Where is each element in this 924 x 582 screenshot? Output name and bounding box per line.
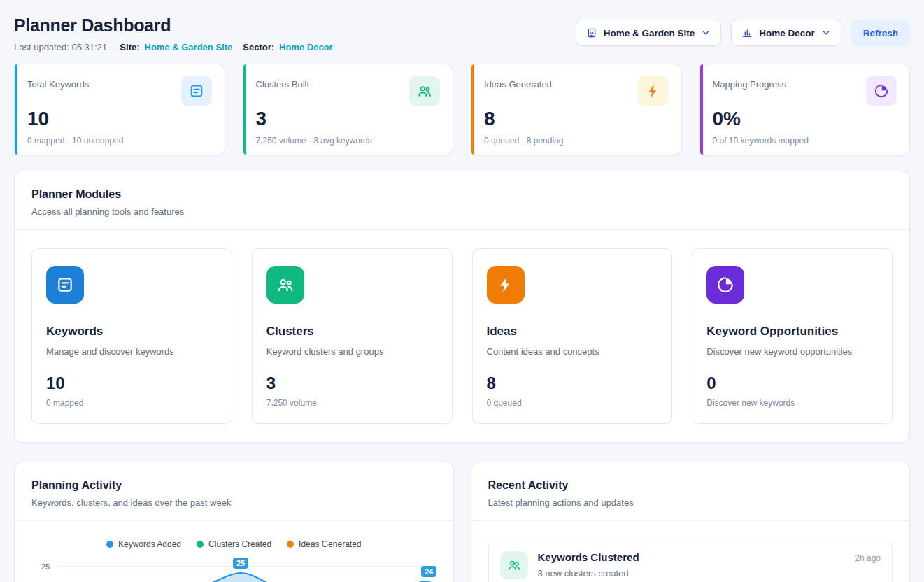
panel-title: Recent Activity xyxy=(488,479,893,492)
header-meta: Last updated: 05:31:21 · Site: Home & Ga… xyxy=(14,42,333,52)
stat-label: Mapping Progress xyxy=(713,76,787,90)
module-card-keywords[interactable]: Keywords Manage and discover keywords 10… xyxy=(31,248,232,424)
sector-selector-dropdown[interactable]: Home Decor xyxy=(731,20,841,46)
meta-separator: · xyxy=(112,42,115,52)
module-title: Ideas xyxy=(487,325,658,339)
bar-chart-icon xyxy=(741,27,753,38)
page-title: Planner Dashboard xyxy=(14,15,333,36)
data-point-label: 25 xyxy=(233,558,248,569)
activity-description: 3 new clusters created xyxy=(538,568,881,579)
stat-label: Clusters Built xyxy=(256,76,310,90)
legend-item-ideas-generated: Ideas Generated xyxy=(287,539,361,549)
module-detail: 7,250 volume xyxy=(266,398,438,408)
module-detail: Discover new keywords xyxy=(706,398,878,408)
module-card-ideas[interactable]: Ideas Content ideas and concepts 8 0 que… xyxy=(472,248,673,424)
module-title: Keyword Opportunities xyxy=(706,325,878,339)
site-link[interactable]: Home & Garden Site xyxy=(145,42,233,52)
area-chart: 25 25 24 xyxy=(31,555,436,582)
panel-subtitle: Access all planning tools and features xyxy=(31,206,893,217)
legend-label: Keywords Added xyxy=(118,539,181,549)
module-description: Discover new keyword opportunities xyxy=(706,346,878,357)
activity-title: Keywords Clustered xyxy=(538,551,639,563)
legend-label: Clusters Created xyxy=(208,539,271,549)
bottom-row: Planning Activity Keywords, clusters, an… xyxy=(14,462,910,582)
planner-modules-panel: Planner Modules Access all planning tool… xyxy=(14,171,910,443)
header-titles: Planner Dashboard Last updated: 05:31:21… xyxy=(14,15,333,52)
y-axis-tick: 25 xyxy=(41,562,50,571)
chart-legend: Keywords Added Clusters Created Ideas Ge… xyxy=(31,539,436,549)
module-detail: 0 mapped xyxy=(46,398,218,408)
stat-label: Ideas Generated xyxy=(484,76,552,90)
stat-card-clusters-built: Clusters Built 3 7,250 volume · 3 avg ke… xyxy=(243,64,454,155)
module-card-keyword-opportunities[interactable]: Keyword Opportunities Discover new keywo… xyxy=(692,248,893,424)
header-controls: Home & Garden Site Home Decor Refresh xyxy=(576,15,910,46)
keywords-icon xyxy=(46,266,84,304)
panel-title: Planning Activity xyxy=(31,479,436,492)
chevron-down-icon xyxy=(821,28,831,38)
panel-title: Planner Modules xyxy=(31,188,893,201)
legend-item-clusters-created: Clusters Created xyxy=(197,539,271,549)
chevron-down-icon xyxy=(701,28,711,38)
pie-chart-icon xyxy=(706,266,744,304)
site-selector-value: Home & Garden Site xyxy=(604,28,695,38)
divider xyxy=(471,520,910,521)
stats-row: Total Keywords 10 0 mapped · 10 unmapped… xyxy=(14,64,910,155)
activity-item: Keywords Clustered 2h ago 3 new clusters… xyxy=(488,541,893,582)
module-description: Keyword clusters and groups xyxy=(266,346,438,357)
header: Planner Dashboard Last updated: 05:31:21… xyxy=(0,0,924,62)
sector-label: Sector: xyxy=(243,42,274,52)
keywords-icon xyxy=(181,76,212,106)
stat-label: Total Keywords xyxy=(27,76,89,90)
module-description: Content ideas and concepts xyxy=(487,346,658,357)
stat-detail: 0 queued · 8 pending xyxy=(484,136,669,146)
divider xyxy=(15,520,453,521)
module-title: Keywords xyxy=(46,325,218,339)
planning-activity-card: Planning Activity Keywords, clusters, an… xyxy=(14,462,454,582)
pie-chart-icon xyxy=(866,76,897,106)
module-description: Manage and discover keywords xyxy=(46,346,218,357)
planner-dashboard-page: Planner Dashboard Last updated: 05:31:21… xyxy=(0,0,924,582)
stat-detail: 7,250 volume · 3 avg keywords xyxy=(256,136,441,146)
sector-link[interactable]: Home Decor xyxy=(279,42,333,52)
divider xyxy=(15,229,909,230)
data-point-label: 24 xyxy=(421,566,436,577)
stat-detail: 0 of 10 keywords mapped xyxy=(713,136,897,146)
stat-value: 10 xyxy=(27,108,212,130)
legend-label: Ideas Generated xyxy=(299,539,361,549)
building-icon xyxy=(586,27,597,38)
clusters-icon xyxy=(266,266,304,304)
recent-activity-card: Recent Activity Latest planning actions … xyxy=(471,462,911,582)
stat-card-ideas-generated: Ideas Generated 8 0 queued · 8 pending xyxy=(471,64,682,155)
module-detail: 0 queued xyxy=(487,398,658,408)
module-value: 8 xyxy=(487,374,658,393)
stat-card-total-keywords: Total Keywords 10 0 mapped · 10 unmapped xyxy=(14,64,225,155)
legend-dot-icon xyxy=(197,541,204,548)
stat-value: 3 xyxy=(256,108,441,130)
module-title: Clusters xyxy=(266,325,438,339)
activity-timestamp: 2h ago xyxy=(855,553,881,563)
activity-body: Keywords Clustered 2h ago 3 new clusters… xyxy=(538,551,881,579)
lightning-icon xyxy=(638,76,669,106)
stat-card-mapping-progress: Mapping Progress 0% 0 of 10 keywords map… xyxy=(699,64,911,155)
site-selector-dropdown[interactable]: Home & Garden Site xyxy=(576,20,722,46)
legend-dot-icon xyxy=(106,541,113,548)
sector-selector-value: Home Decor xyxy=(759,28,815,38)
stat-value: 0% xyxy=(713,108,897,130)
legend-item-keywords-added: Keywords Added xyxy=(106,539,181,549)
panel-subtitle: Keywords, clusters, and ideas over the p… xyxy=(31,497,436,508)
site-label: Site: xyxy=(120,42,139,52)
clusters-icon xyxy=(500,551,528,579)
module-value: 3 xyxy=(266,374,438,393)
stat-value: 8 xyxy=(484,108,669,130)
module-value: 0 xyxy=(706,374,878,393)
legend-dot-icon xyxy=(287,541,294,548)
clusters-icon xyxy=(409,76,440,106)
modules-grid: Keywords Manage and discover keywords 10… xyxy=(31,248,893,424)
lightning-icon xyxy=(487,266,525,304)
last-updated-text: Last updated: 05:31:21 xyxy=(14,42,107,52)
module-card-clusters[interactable]: Clusters Keyword clusters and groups 3 7… xyxy=(252,248,453,424)
module-value: 10 xyxy=(46,374,218,393)
refresh-button[interactable]: Refresh xyxy=(851,20,910,46)
panel-subtitle: Latest planning actions and updates xyxy=(488,497,893,508)
stat-detail: 0 mapped · 10 unmapped xyxy=(27,136,212,146)
